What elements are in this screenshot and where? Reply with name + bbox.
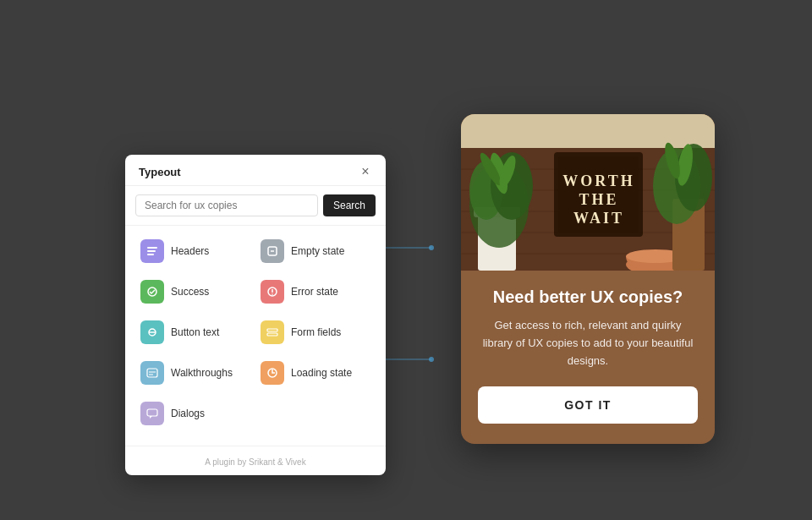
plugin-window: Typeout × Search Headers	[125, 155, 386, 475]
svg-rect-16	[267, 333, 277, 336]
dialogs-icon	[140, 402, 164, 425]
loading-state-icon	[261, 361, 284, 385]
svg-text:THE: THE	[579, 191, 618, 208]
promo-content: Need better UX copies? Get access to ric…	[461, 271, 715, 444]
walkthroughs-icon	[140, 361, 164, 385]
category-item-walkthroughs[interactable]: Walkthroughs	[135, 354, 255, 391]
error-state-label: Error state	[291, 286, 338, 298]
svg-rect-24	[461, 114, 715, 148]
error-state-icon	[261, 280, 284, 304]
got-it-button[interactable]: GOT IT	[478, 386, 698, 424]
category-item-empty-state[interactable]: Empty state	[255, 233, 376, 270]
category-item-dialogs[interactable]: Dialogs	[135, 395, 255, 432]
promo-description: Get access to rich, relevant and quirky …	[478, 317, 698, 369]
promo-illustration: WORTH THE WAIT	[461, 114, 715, 271]
svg-rect-15	[267, 329, 277, 331]
headers-label: Headers	[171, 245, 209, 257]
category-item-loading-state[interactable]: Loading state	[255, 354, 376, 391]
plugin-footer: A plugin by Srikant & Vivek	[125, 446, 386, 475]
categories-grid: Headers Empty state Success	[125, 226, 386, 446]
empty-state-label: Empty state	[291, 245, 344, 257]
empty-state-icon	[261, 239, 284, 263]
category-item-success[interactable]: Success	[135, 273, 255, 310]
svg-rect-5	[147, 250, 156, 252]
svg-text:WAIT: WAIT	[573, 210, 624, 227]
button-text-label: Button text	[171, 326, 219, 338]
walkthroughs-label: Walkthroughs	[171, 367, 233, 379]
search-button[interactable]: Search	[323, 194, 376, 216]
button-text-icon	[140, 320, 164, 344]
svg-rect-4	[147, 247, 157, 249]
success-label: Success	[171, 286, 209, 298]
svg-text:WORTH: WORTH	[562, 172, 634, 189]
svg-rect-21	[147, 409, 157, 416]
svg-rect-6	[147, 254, 154, 255]
promo-title: Need better UX copies?	[478, 287, 698, 307]
loading-state-label: Loading state	[291, 367, 352, 379]
success-icon	[140, 280, 164, 304]
plugin-header: Typeout ×	[125, 155, 386, 186]
form-fields-icon	[261, 320, 284, 344]
category-item-button-text[interactable]: Button text	[135, 314, 255, 351]
search-input[interactable]	[135, 194, 318, 216]
search-bar: Search	[125, 186, 386, 226]
promo-image: WORTH THE WAIT	[461, 114, 715, 271]
category-item-error-state[interactable]: Error state	[255, 273, 376, 310]
plugin-title: Typeout	[139, 166, 181, 178]
dialogs-label: Dialogs	[171, 408, 205, 419]
close-button[interactable]: ×	[359, 165, 372, 178]
footer-text: A plugin by Srikant & Vivek	[205, 457, 305, 467]
form-fields-label: Form fields	[291, 326, 341, 338]
svg-point-12	[272, 293, 273, 295]
category-item-form-fields[interactable]: Form fields	[255, 314, 376, 351]
svg-rect-17	[147, 369, 157, 377]
promo-card: WORTH THE WAIT Need better UX copies? Ge…	[461, 114, 715, 444]
category-placeholder	[255, 395, 376, 432]
headers-icon	[140, 239, 164, 263]
category-item-headers[interactable]: Headers	[135, 233, 255, 270]
